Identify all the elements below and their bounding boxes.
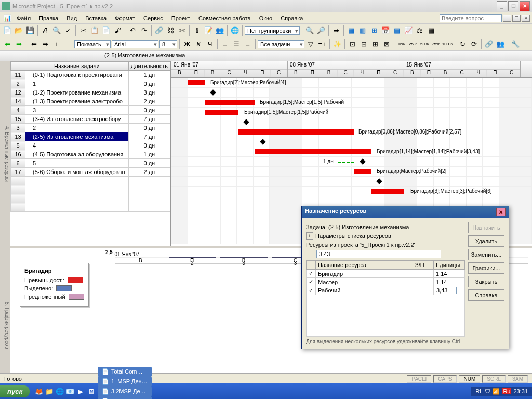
outdent-icon[interactable]: ⬅ bbox=[29, 39, 39, 49]
milestone-icon[interactable] bbox=[360, 158, 365, 164]
taskbar-item[interactable]: 📄Безымянн… bbox=[98, 396, 152, 400]
menu-Окно[interactable]: Окно bbox=[255, 14, 277, 22]
assign-icon[interactable]: 👥 bbox=[215, 25, 225, 36]
zoom-in-icon[interactable]: 🔍 bbox=[304, 25, 315, 36]
resource-row[interactable]: ✓Бригадир1,14 bbox=[307, 270, 465, 278]
maximize-button[interactable]: ☐ bbox=[508, 1, 518, 11]
col-id[interactable] bbox=[11, 62, 25, 71]
menu-Справка[interactable]: Справка bbox=[276, 14, 307, 22]
link-proj-icon[interactable]: 🔗 bbox=[484, 39, 494, 49]
dialog-Закрыть-button[interactable]: Закрыть bbox=[468, 276, 504, 287]
link-icon[interactable]: 🔗 bbox=[154, 25, 164, 36]
show-sub-icon[interactable]: + bbox=[51, 39, 62, 49]
align-right-icon[interactable]: ≡ bbox=[243, 39, 253, 49]
resource-sheet-icon[interactable]: ⚖ bbox=[415, 25, 425, 36]
pert4-icon[interactable]: ⊠ bbox=[381, 39, 392, 49]
pct75-icon[interactable]: 75% bbox=[431, 39, 441, 49]
menu-Вставка[interactable]: Вставка bbox=[81, 14, 111, 22]
toolbar-opts-icon[interactable]: 🔧 bbox=[510, 39, 521, 49]
dialog-Заменить...-button[interactable]: Заменить... bbox=[468, 249, 504, 260]
graph-icon[interactable]: 📈 bbox=[403, 25, 414, 36]
filter2-icon[interactable]: =+ bbox=[317, 39, 327, 49]
pct100-icon[interactable]: 100% bbox=[442, 39, 453, 49]
redo-icon[interactable]: ↷ bbox=[139, 25, 149, 36]
taskbar-item[interactable]: 📄1_MSP Ден… bbox=[98, 377, 152, 387]
spell-icon[interactable]: ✓ bbox=[63, 25, 73, 36]
size-combo[interactable]: 8 bbox=[159, 40, 177, 48]
menu-Проект[interactable]: Проект bbox=[167, 14, 194, 22]
autofilter-icon[interactable]: ▽ bbox=[305, 39, 316, 49]
table-row[interactable]: 12(1-2) Проектирование механизма3 дн bbox=[11, 88, 170, 97]
resource-row[interactable]: ✓Мастер1,14 bbox=[307, 278, 465, 286]
print-icon[interactable]: 🖨 bbox=[40, 25, 50, 36]
table-row[interactable]: 430 дн bbox=[11, 106, 170, 115]
table-row[interactable]: 320 дн bbox=[11, 124, 170, 132]
format-painter-icon[interactable]: 🖌 bbox=[112, 25, 123, 36]
dialog-close-button[interactable]: ✕ bbox=[496, 208, 506, 216]
doc-close-button[interactable]: × bbox=[522, 15, 530, 22]
underline-icon[interactable]: Ч bbox=[205, 39, 215, 49]
menu-Файл[interactable]: Файл bbox=[12, 14, 35, 22]
start-button[interactable]: пуск bbox=[0, 385, 30, 397]
preview-icon[interactable]: 🔍 bbox=[51, 25, 62, 36]
zoom-out-icon[interactable]: 🔎 bbox=[316, 25, 326, 36]
milestone-icon[interactable] bbox=[376, 178, 382, 184]
table-row[interactable]: 16(4-5) Подготовка эл.оборудования1 дн bbox=[11, 150, 170, 159]
doc-minimize-button[interactable]: _ bbox=[503, 15, 511, 22]
dialog-Справка-button[interactable]: Справка bbox=[468, 289, 504, 301]
lang2-indicator[interactable]: Ru bbox=[502, 388, 511, 394]
paste-icon[interactable]: 📄 bbox=[101, 25, 111, 36]
minimize-button[interactable]: _ bbox=[497, 1, 507, 11]
table-row[interactable]: 11(0-1) Подготовка к проектировани1 дн bbox=[11, 71, 170, 79]
filter-combo[interactable]: Все задачи bbox=[258, 40, 304, 48]
close-button[interactable]: ✕ bbox=[520, 1, 530, 11]
pert3-icon[interactable]: ⊞ bbox=[370, 39, 380, 49]
table-row[interactable]: 15(3-4) Изготовление электрообору7 дн bbox=[11, 115, 170, 124]
font-combo[interactable]: Arial bbox=[112, 40, 158, 48]
col-name[interactable]: Название задачи bbox=[25, 62, 129, 71]
show-outline-combo[interactable]: Показать bbox=[74, 40, 111, 48]
back-icon[interactable]: ⬅ bbox=[2, 39, 12, 49]
tracking-gantt-icon[interactable]: ▥ bbox=[357, 25, 368, 36]
new-icon[interactable]: 📄 bbox=[2, 25, 12, 36]
gantt-bar[interactable] bbox=[205, 110, 238, 115]
cell-edit-value[interactable]: 3,43 bbox=[316, 250, 441, 258]
grouping-combo[interactable]: Нет группировки bbox=[245, 26, 300, 35]
table-row[interactable]: 14(1-3) Проектирование электрообо2 дн bbox=[11, 97, 170, 106]
unlink-icon[interactable]: ⛓ bbox=[165, 25, 176, 36]
quick-launch-icon[interactable]: 🦊 bbox=[34, 386, 44, 396]
italic-icon[interactable]: К bbox=[193, 39, 204, 49]
dialog-Удалить-button[interactable]: Удалить bbox=[468, 235, 504, 247]
gantt-bar[interactable] bbox=[371, 189, 404, 194]
dialog-Назначить-button[interactable]: Назначить bbox=[468, 222, 504, 233]
view-bar-upper[interactable]: 4. Временные резервы bbox=[0, 61, 10, 246]
col-duration[interactable]: Длительность bbox=[128, 62, 170, 71]
milestone-icon[interactable] bbox=[260, 139, 265, 144]
info-icon[interactable]: ℹ bbox=[192, 25, 202, 36]
gantt-bar[interactable] bbox=[238, 129, 354, 135]
collab-icon[interactable]: 👥 bbox=[495, 39, 506, 49]
menu-Сервис[interactable]: Сервис bbox=[139, 14, 167, 22]
reschedule-icon[interactable]: ⟳ bbox=[469, 39, 479, 49]
bold-icon[interactable]: Ж bbox=[182, 39, 192, 49]
table-row[interactable]: 540 дн bbox=[11, 141, 170, 150]
align-center-icon[interactable]: ☰ bbox=[231, 39, 242, 49]
indent-icon[interactable]: ➡ bbox=[40, 39, 50, 49]
table-row[interactable]: 17(5-6) Сборка и монтаж оборудован2 дн bbox=[11, 168, 170, 177]
quick-launch-icon[interactable]: ▶ bbox=[75, 386, 86, 396]
menu-Совместная работа[interactable]: Совместная работа bbox=[194, 14, 255, 22]
note-icon[interactable]: 📝 bbox=[203, 25, 214, 36]
usage-icon[interactable]: ▤ bbox=[392, 25, 402, 36]
network-icon[interactable]: ⊞ bbox=[369, 25, 379, 36]
publish-icon[interactable]: 🌐 bbox=[230, 25, 240, 36]
menu-Правка[interactable]: Правка bbox=[35, 14, 62, 22]
gantt-bar[interactable] bbox=[205, 100, 255, 105]
units-input[interactable] bbox=[436, 287, 457, 294]
resource-row[interactable]: ✓Рабочий bbox=[307, 286, 465, 295]
hide-sub-icon[interactable]: − bbox=[63, 39, 73, 49]
more-views-icon[interactable]: ▦ bbox=[426, 25, 436, 36]
pert-icon[interactable]: ⊡ bbox=[347, 39, 357, 49]
table-row[interactable]: 650 дн bbox=[11, 159, 170, 168]
expand-params-button[interactable]: + bbox=[306, 232, 313, 240]
pct50-icon[interactable]: 50% bbox=[419, 39, 430, 49]
